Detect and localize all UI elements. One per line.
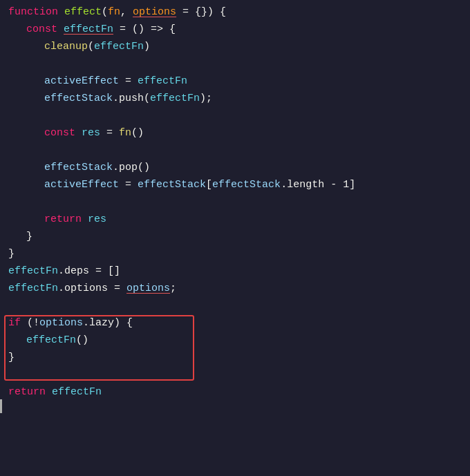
code-line-7 — [0, 108, 470, 125]
keyword-const-2: const — [44, 125, 82, 142]
if-block-container: if (!options.lazy) { effectFn() } — [0, 315, 470, 367]
code-line-10: effectStack.pop() — [0, 160, 470, 177]
keyword-return-1: return — [44, 211, 88, 228]
length-minus: .length - 1] — [281, 177, 355, 193]
ref-effectfn-7: effectFn — [52, 384, 102, 401]
keyword-const: const — [26, 21, 64, 38]
code-line-13: return res — [0, 211, 470, 229]
assign-3: = — [119, 177, 138, 193]
pop-call: .pop() — [113, 160, 150, 176]
fn-call-parens: () — [131, 125, 144, 142]
code-line-8: const res = fn() — [0, 125, 470, 142]
ref-effectfn-3: effectFn — [150, 91, 200, 107]
code-line-11: activeEffect = effectStack[effectStack.l… — [0, 177, 470, 194]
code-line-18 — [0, 298, 470, 315]
paren-close: ) { — [207, 4, 226, 21]
code-line-16: effectFn.deps = [] — [0, 263, 470, 280]
paren-close-2: ) — [144, 39, 150, 55]
arrow-fn: = () => { — [113, 21, 176, 38]
ref-options-2: options — [39, 315, 83, 332]
ref-res: res — [88, 211, 106, 228]
param-options: options — [133, 4, 176, 21]
var-res: res — [82, 125, 100, 142]
fn-name-effect: effect — [64, 4, 102, 21]
deps-assign: .deps = [] — [58, 263, 120, 280]
comma: , — [120, 4, 133, 21]
var-effectstack-3: effectStack — [138, 177, 206, 193]
code-line-15: } — [0, 246, 470, 263]
options-assign: .options = — [58, 280, 126, 297]
fn-call: fn — [119, 125, 131, 142]
var-effectstack-1: effectStack — [44, 91, 113, 107]
ref-effectfn-5: effectFn — [8, 280, 58, 297]
code-editor: function effect(fn, options = {}) { cons… — [0, 0, 470, 476]
code-line-1: function effect(fn, options = {}) { — [0, 4, 470, 21]
code-line-5: activeEffect = effectFn — [0, 73, 470, 91]
lazy-prop: .lazy) { — [83, 315, 133, 332]
code-line-21: } — [0, 350, 470, 367]
code-line-23: return effectFn — [0, 384, 470, 401]
paren-open-2: ( — [88, 39, 94, 55]
code-line-4 — [0, 56, 470, 73]
paren-open: ( — [102, 4, 108, 21]
cursor — [0, 399, 2, 413]
ref-effectfn-4: effectFn — [8, 263, 58, 280]
if-cond-open: (! — [27, 315, 39, 332]
var-effectfn: effectFn — [64, 21, 113, 38]
fn-cleanup: cleanup — [44, 39, 88, 55]
code-line-22 — [0, 367, 470, 384]
brace-close-3: } — [8, 350, 15, 366]
var-activeeffect: activeEffect — [44, 73, 119, 90]
assign-1: = — [119, 73, 138, 90]
push-call: .push( — [113, 91, 150, 107]
ref-effectfn-2: effectFn — [138, 73, 187, 90]
equals-default: = {} — [176, 4, 207, 21]
code-line-3: cleanup(effectFn) — [0, 39, 470, 56]
bracket-access: [ — [206, 177, 212, 193]
ref-effectfn-6: effectFn — [26, 332, 76, 349]
code-line-14: } — [0, 229, 470, 246]
ref-effectfn-1: effectFn — [94, 39, 144, 55]
code-line-17: effectFn.options = options; — [0, 280, 470, 298]
code-line-6: effectStack.push(effectFn); — [0, 91, 470, 108]
brace-close-2: } — [8, 246, 15, 263]
ref-options: options — [126, 280, 170, 297]
var-effectstack-2: effectStack — [44, 160, 113, 176]
keyword-return-2: return — [8, 384, 52, 401]
code-line-2: const effectFn = () => { — [0, 21, 470, 39]
code-line-12 — [0, 194, 470, 211]
effectfn-call: () — [76, 332, 88, 349]
cursor-area — [0, 401, 470, 419]
code-line-20: effectFn() — [0, 332, 470, 350]
semicolon: ; — [170, 280, 176, 297]
keyword-function: function — [8, 4, 64, 21]
var-effectstack-4: effectStack — [212, 177, 281, 193]
brace-close-1: } — [26, 229, 32, 245]
code-line-9 — [0, 142, 470, 160]
assign-2: = — [100, 125, 119, 142]
keyword-if: if — [8, 315, 27, 332]
code-line-19: if (!options.lazy) { — [0, 315, 470, 332]
push-close: ); — [200, 91, 212, 107]
var-activeeffect-2: activeEffect — [44, 177, 119, 193]
param-fn: fn — [108, 4, 120, 21]
